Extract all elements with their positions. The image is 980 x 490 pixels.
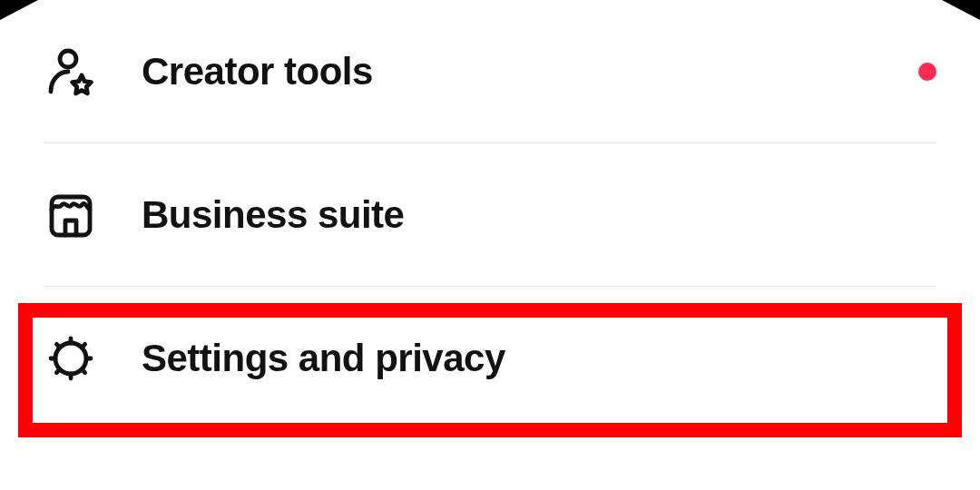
svg-point-0 (60, 51, 76, 67)
svg-line-10 (82, 344, 85, 348)
settings-panel: Creator tools Business suite (0, 0, 980, 490)
menu-item-label: Creator tools (142, 50, 373, 93)
menu-item-creator-tools[interactable]: Creator tools (0, 0, 980, 143)
storefront-icon (44, 188, 98, 242)
gear-icon (44, 331, 98, 386)
menu-item-settings-privacy[interactable]: Settings and privacy (0, 287, 980, 430)
menu-list: Creator tools Business suite (0, 0, 980, 430)
notification-dot (918, 63, 936, 81)
person-star-icon (44, 44, 98, 99)
svg-line-7 (56, 344, 60, 348)
svg-line-9 (56, 369, 60, 373)
svg-line-8 (82, 369, 85, 373)
menu-item-label: Business suite (142, 193, 404, 237)
menu-item-label: Settings and privacy (142, 337, 505, 380)
menu-item-business-suite[interactable]: Business suite (0, 143, 980, 287)
